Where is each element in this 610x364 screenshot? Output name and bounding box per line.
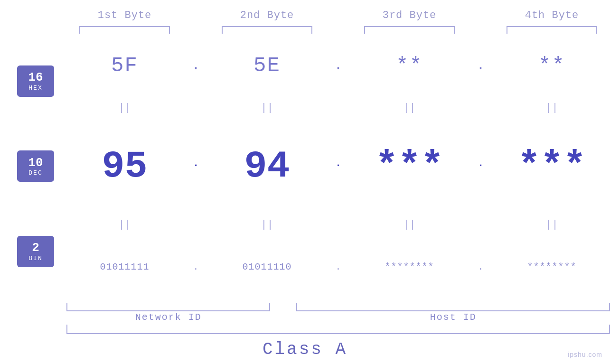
eq-row-1: || || || || xyxy=(66,98,610,119)
eq1-4: || xyxy=(545,102,558,114)
content-area: 16 HEX 10 DEC 2 BIN 5F . xyxy=(0,34,610,299)
dot2-hex: . xyxy=(334,57,342,74)
dot1-bin: . xyxy=(193,262,198,272)
byte1-hex: 5F xyxy=(111,54,138,77)
hex-badge: 16 HEX xyxy=(17,65,54,97)
byte2-hex: 5E xyxy=(253,54,281,77)
dec-number: 10 xyxy=(28,156,43,170)
byte3-dec: *** xyxy=(375,145,443,188)
eq2-4: || xyxy=(545,219,558,231)
bin-row: 01011111 . 01011110 . ******** . xyxy=(66,235,610,299)
dot1-dec: . xyxy=(193,158,199,169)
bin-label: BIN xyxy=(28,255,42,262)
eq1-2: || xyxy=(261,102,273,114)
byte1-bin: 01011111 xyxy=(100,261,149,272)
eq2-3: || xyxy=(403,219,415,231)
eq1-1: || xyxy=(118,102,131,114)
eq-row-2: || || || || xyxy=(66,214,610,235)
watermark: ipshu.com xyxy=(568,351,602,358)
hex-row: 5F . 5E . ** . ** xyxy=(66,34,610,98)
hex-number: 16 xyxy=(28,71,43,84)
dec-label: DEC xyxy=(28,169,42,177)
badge-column: 16 HEX 10 DEC 2 BIN xyxy=(0,34,66,299)
full-bottom-bracket xyxy=(66,325,610,334)
byte4-bin: ******** xyxy=(527,261,576,272)
dot1-hex: . xyxy=(191,57,200,74)
dot3-bin: . xyxy=(478,262,483,272)
byte4-header: 4th Byte xyxy=(494,9,610,21)
bin-number: 2 xyxy=(32,241,39,255)
host-id-label: Host ID xyxy=(296,312,610,323)
dot3-hex: . xyxy=(476,57,485,74)
hex-label: HEX xyxy=(28,84,42,92)
dec-row: 95 . 94 . *** . *** xyxy=(66,119,610,215)
byte3-hex: ** xyxy=(396,54,423,77)
byte1-dec: 95 xyxy=(102,145,147,188)
dot3-dec: . xyxy=(478,158,484,169)
byte3-bin: ******** xyxy=(385,261,434,272)
byte2-bin: 01011110 xyxy=(242,261,291,272)
bytes-area: 5F . 5E . ** . ** xyxy=(66,34,610,299)
eq2-2: || xyxy=(261,219,273,231)
bottom-bracket-area: Network ID Host ID xyxy=(66,301,610,325)
byte2-header: 2nd Byte xyxy=(209,9,325,21)
class-label: Class A xyxy=(263,340,347,359)
network-bracket xyxy=(66,303,270,311)
dot2-bin: . xyxy=(336,262,341,272)
byte4-hex: ** xyxy=(538,54,565,77)
network-id-label: Network ID xyxy=(66,312,270,323)
host-bracket xyxy=(296,303,610,311)
dot2-dec: . xyxy=(335,158,341,169)
eq1-3: || xyxy=(403,102,415,114)
byte4-dec: *** xyxy=(517,145,586,188)
dec-badge: 10 DEC xyxy=(17,150,54,182)
byte1-header: 1st Byte xyxy=(66,9,183,21)
byte2-dec: 94 xyxy=(244,145,290,188)
byte-headers: 1st Byte 2nd Byte 3rd Byte 4th Byte xyxy=(66,9,610,21)
eq2-1: || xyxy=(118,219,131,231)
byte3-header: 3rd Byte xyxy=(351,9,468,21)
main-container: 1st Byte 2nd Byte 3rd Byte 4th Byte 16 xyxy=(0,0,610,364)
class-row: Class A xyxy=(0,340,610,359)
top-brackets xyxy=(66,26,610,34)
bin-badge: 2 BIN xyxy=(17,236,54,267)
